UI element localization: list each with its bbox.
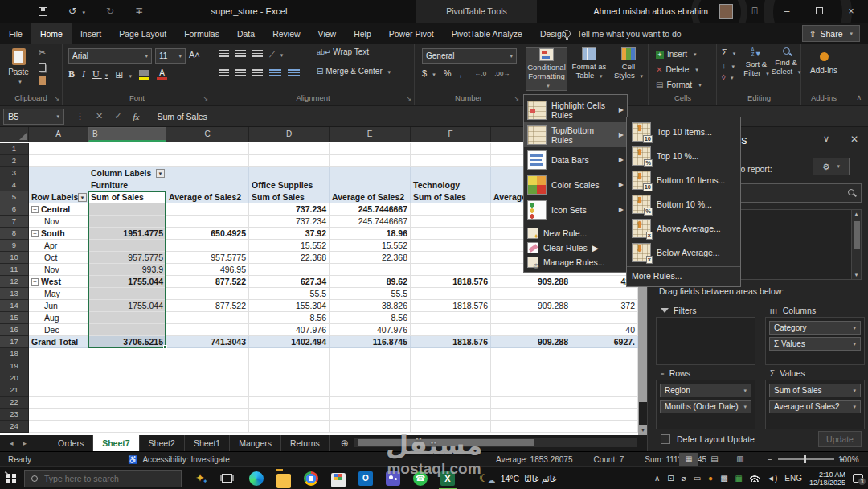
ribbon-display-options-icon[interactable]: ⍐ <box>744 2 765 20</box>
cell-C1[interactable] <box>166 143 249 154</box>
tab-data[interactable]: Data <box>228 23 264 44</box>
cell-C13[interactable] <box>166 288 249 299</box>
edge-taskbar-icon[interactable] <box>249 471 264 486</box>
column-header-B[interactable]: B <box>88 127 166 142</box>
cell-B16[interactable] <box>88 324 166 335</box>
collapse-icon[interactable]: − <box>31 206 39 213</box>
clipboard-dialog-launcher[interactable]: ↘ <box>54 95 59 102</box>
cell-B21[interactable] <box>88 384 166 396</box>
collapse-icon[interactable]: − <box>31 278 39 286</box>
collapse-ribbon-icon[interactable]: ∧ <box>856 93 862 101</box>
fields-panel-close-icon[interactable]: ✕ <box>850 134 858 145</box>
cell-D19[interactable] <box>249 360 330 372</box>
cell-E9[interactable]: 15.552 <box>330 240 411 251</box>
cell-H14[interactable]: 372 <box>571 300 638 311</box>
customize-qat-icon[interactable]: ∓ <box>135 6 143 17</box>
cell-D13[interactable]: 55.5 <box>249 288 330 299</box>
confirm-entry-icon[interactable]: ✓ <box>114 111 121 121</box>
cell-D6[interactable]: 737.234 <box>249 203 330 215</box>
row-header-8[interactable]: 8 <box>0 228 29 240</box>
cell-A19[interactable] <box>29 360 88 372</box>
save-icon[interactable] <box>39 7 47 16</box>
cell-D21[interactable] <box>249 384 330 396</box>
cell-C12[interactable]: 877.522 <box>166 276 249 287</box>
addins-button[interactable]: Add-ins <box>802 52 845 75</box>
cell-E1[interactable] <box>330 143 411 154</box>
sheet-nav-left-icon[interactable]: ◂ <box>10 439 14 447</box>
cell-E15[interactable]: 8.56 <box>330 312 411 323</box>
cell-C14[interactable]: 877.522 <box>166 300 249 311</box>
number-dialog-launcher[interactable]: ↘ <box>514 95 519 102</box>
cell-D22[interactable] <box>249 397 330 408</box>
volume-icon[interactable]: ◄) <box>767 474 777 483</box>
cell-B5[interactable]: Sum of Sales <box>88 191 166 203</box>
cell-F23[interactable] <box>411 409 491 420</box>
cell-A4[interactable] <box>29 179 88 191</box>
cell-C6[interactable] <box>166 203 249 215</box>
cell-E7[interactable]: 245.7446667 <box>330 216 411 227</box>
cancel-entry-icon[interactable]: ✕ <box>96 111 103 121</box>
conditional-formatting-button[interactable]: ConditionalFormatting ▾ <box>526 47 567 91</box>
cell-E12[interactable]: 89.62 <box>330 276 411 287</box>
sheet-tab-sheet1[interactable]: Sheet1 <box>185 435 230 451</box>
cell-E21[interactable] <box>330 384 411 396</box>
cell-A12[interactable]: −West <box>29 276 88 287</box>
cut-icon[interactable]: ✂ <box>39 47 46 58</box>
copilot-icon[interactable]: ✦✦ <box>194 471 209 486</box>
cell-D11[interactable] <box>249 264 330 275</box>
filter-dropdown-icon[interactable]: ▼ <box>156 169 165 178</box>
horizontal-scrollbar[interactable] <box>354 438 637 447</box>
row-header-18[interactable]: 18 <box>0 348 29 360</box>
increase-indent-icon[interactable] <box>288 69 300 76</box>
font-name-select[interactable]: Arial▾ <box>68 48 152 64</box>
menu-item-highlight-cells-rules[interactable]: Highlight Cells Rules▶ <box>524 97 627 122</box>
cell-E5[interactable]: Average of Sales2 <box>330 191 411 203</box>
cell-B6[interactable] <box>88 203 166 215</box>
cell-F22[interactable] <box>411 397 491 408</box>
submenu-item-above-average-[interactable]: ⬆xAbove Average... <box>627 216 740 240</box>
clear-icon[interactable]: ◊ ▾ <box>722 73 735 81</box>
maximize-icon[interactable] <box>809 2 829 20</box>
align-center-icon[interactable] <box>235 69 246 76</box>
list-scroll-thumb[interactable] <box>854 221 860 249</box>
sheet-tab-returns[interactable]: Returns <box>281 435 330 451</box>
notification-center-icon[interactable]: 3 <box>853 474 863 483</box>
cell-A7[interactable]: Nov <box>29 216 88 227</box>
cell-E18[interactable] <box>330 348 411 360</box>
cell-G20[interactable] <box>491 372 571 384</box>
row-header-13[interactable]: 13 <box>0 288 29 300</box>
field-pill-average-of-sales2[interactable]: Average of Sales2▾ <box>769 400 861 413</box>
cell-E10[interactable]: 22.368 <box>330 252 411 263</box>
cell-F11[interactable] <box>411 264 491 275</box>
cell-B22[interactable] <box>88 397 166 408</box>
cell-B2[interactable] <box>88 155 166 166</box>
normal-view-icon[interactable]: ▦ <box>679 453 698 466</box>
cell-A18[interactable] <box>29 348 88 360</box>
cell-H18[interactable] <box>571 348 638 360</box>
cell-E2[interactable] <box>330 155 411 166</box>
autosum-icon[interactable]: Σ ▾ <box>722 47 735 57</box>
cell-A21[interactable] <box>29 384 88 396</box>
weather-widget[interactable]: ☾☁ 14°C غائم غالبًا <box>479 471 556 486</box>
row-header-9[interactable]: 9 <box>0 240 29 252</box>
cell-F10[interactable] <box>411 252 491 263</box>
hidden-icons-chevron[interactable]: ∧ <box>654 474 660 483</box>
share-button[interactable]: ⇧ Share ▾ <box>802 25 860 42</box>
cell-B1[interactable] <box>88 143 166 154</box>
cell-E24[interactable] <box>330 421 411 432</box>
cell-A2[interactable] <box>29 155 88 166</box>
excel-taskbar-icon[interactable]: X <box>440 471 455 486</box>
format-cells-button[interactable]: ▤Format▾ <box>656 77 702 92</box>
name-box-menu-icon[interactable]: ⋮ <box>76 111 84 121</box>
row-header-5[interactable]: 5 <box>0 191 29 203</box>
cell-E3[interactable] <box>330 167 411 179</box>
menu-item-clear-rules[interactable]: Clear Rules▶ <box>524 240 627 255</box>
cell-B11[interactable]: 993.9 <box>88 264 166 275</box>
italic-icon[interactable]: I <box>82 68 85 80</box>
row-header-21[interactable]: 21 <box>0 384 29 397</box>
cell-styles-button[interactable]: CellStyles ▾ <box>608 47 649 80</box>
cell-G16[interactable] <box>491 324 571 335</box>
cell-F12[interactable]: 1818.576 <box>411 276 491 287</box>
cell-C15[interactable] <box>166 312 249 323</box>
tab-help[interactable]: Help <box>345 23 380 44</box>
